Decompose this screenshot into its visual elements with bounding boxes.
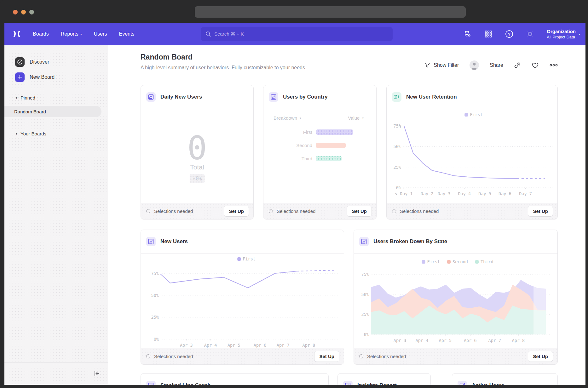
status-circle-icon (269, 209, 273, 213)
svg-text:Apr 7: Apr 7 (277, 343, 290, 348)
svg-text:50%: 50% (394, 144, 401, 149)
share-button[interactable]: Share (490, 62, 503, 68)
dropdown-label: Breakdown (274, 115, 297, 121)
card-title: Users by Country (283, 94, 328, 100)
app-window: Boards Reports▾ Users Events Search ⌘ + … (4, 23, 585, 385)
show-filter-button[interactable]: Show Filter (424, 62, 459, 68)
search-placeholder: Search ⌘ + K (214, 31, 244, 37)
svg-text:25%: 25% (151, 315, 159, 320)
breakdown-row: Third (263, 156, 342, 161)
settings-gear-icon[interactable] (526, 30, 534, 38)
svg-text:Day 6: Day 6 (499, 191, 511, 196)
svg-text:Apr 6: Apr 6 (464, 338, 477, 343)
set-up-button[interactable]: Set Up (224, 206, 249, 217)
card-daily-new-users: Daily New Users 0 Total ↑0% Selections n… (141, 85, 254, 220)
breakdown-row: First (263, 129, 353, 135)
svg-text:First: First (427, 259, 440, 264)
window-minimize-button[interactable] (21, 10, 26, 14)
search-input[interactable]: Search ⌘ + K (201, 27, 393, 41)
svg-text:50%: 50% (151, 293, 159, 298)
page-title: Random Board (141, 53, 193, 61)
retention-grid-icon (392, 92, 401, 102)
nav-link-events[interactable]: Events (119, 31, 135, 37)
status-text: Selections needed (154, 208, 220, 214)
breakdown-bar (316, 156, 342, 161)
new-users-chart: 75%50%25%0%Apr 3Apr 4Apr 5Apr 6Apr 7Apr … (141, 254, 344, 349)
line-chart-icon (146, 237, 156, 246)
set-up-button[interactable]: Set Up (528, 351, 553, 362)
breakdown-row-label: Second (263, 143, 312, 148)
set-up-button[interactable]: Set Up (314, 351, 339, 362)
chevron-down-icon: ▾ (80, 32, 82, 36)
sidebar-section-pinned[interactable]: ▾ Pinned (16, 95, 35, 100)
board-main: Random Board A high-level summary of use… (108, 45, 585, 385)
organization-name: Organization (547, 29, 576, 34)
mixpanel-logo[interactable] (13, 30, 21, 38)
avatar[interactable] (470, 60, 479, 70)
window-titlebar (0, 0, 588, 23)
svg-text:Day 3: Day 3 (438, 191, 451, 196)
sidebar-item-label: New Board (30, 74, 55, 80)
window-zoom-button[interactable] (29, 10, 34, 14)
share-label: Share (490, 62, 503, 68)
metric-delta-badge: ↑0% (189, 174, 205, 183)
svg-text:< Day 1: < Day 1 (395, 191, 413, 196)
svg-text:0%: 0% (154, 337, 159, 342)
card-new-user-retention: New User Retention 75%50%25%0%< Day 1Day… (386, 85, 558, 220)
card-stacked-line-graph: Stacked Line Graph (141, 373, 329, 385)
card-title: Insights Report (357, 382, 397, 385)
card-title: New Users (160, 238, 188, 245)
sidebar-item-discover[interactable]: Discover (15, 57, 49, 67)
svg-text:75%: 75% (151, 271, 159, 276)
svg-text:First: First (243, 256, 256, 261)
breakdown-dropdown[interactable]: Breakdown ▾ (274, 115, 301, 121)
card-new-users: New Users 75%50%25%0%Apr 3Apr 4Apr 5Apr … (141, 230, 344, 365)
organization-switcher[interactable]: Organization All Project Data ▾ (547, 29, 580, 39)
card-users-by-country: Users by Country Breakdown ▾ Value ▾ Fir… (263, 85, 377, 220)
copy-link-button[interactable] (514, 62, 521, 69)
nav-link-label: Reports (61, 31, 78, 37)
svg-text:0%: 0% (396, 185, 401, 190)
svg-text:Third: Third (481, 259, 493, 264)
nav-link-reports[interactable]: Reports▾ (61, 31, 82, 37)
card-title: New User Retention (406, 94, 457, 100)
svg-text:Apr 8: Apr 8 (303, 343, 315, 348)
search-icon (205, 31, 211, 37)
sidebar-item-label: Random Board (14, 109, 46, 114)
dropdown-label: Value (348, 115, 360, 121)
card-title: Users Broken Down By State (373, 238, 447, 245)
favorite-button[interactable] (532, 62, 539, 69)
set-up-button[interactable]: Set Up (347, 206, 372, 217)
nav-link-users[interactable]: Users (94, 31, 107, 37)
ellipsis-icon (550, 64, 558, 66)
breakdown-row-label: Third (263, 156, 312, 161)
sidebar-item-new-board[interactable]: New Board (15, 72, 55, 82)
browser-url-bar[interactable] (195, 6, 466, 18)
status-text: Selections needed (367, 354, 524, 359)
card-title: Daily New Users (160, 94, 202, 100)
sidebar-section-your-boards[interactable]: ▾ Your Boards (16, 131, 46, 136)
sidebar-item-random-board[interactable]: Random Board (4, 106, 101, 117)
sidebar-collapse-button[interactable] (92, 369, 101, 378)
line-chart-icon (458, 381, 467, 385)
link-icon (514, 62, 521, 69)
svg-text:Day 5: Day 5 (478, 191, 491, 196)
svg-text:75%: 75% (361, 272, 369, 277)
set-up-button[interactable]: Set Up (528, 206, 553, 217)
help-icon[interactable]: ? (505, 30, 513, 38)
more-options-button[interactable] (550, 64, 558, 66)
metric-label: Total (141, 163, 253, 171)
data-management-icon[interactable] (464, 30, 472, 38)
svg-text:Apr 3: Apr 3 (394, 338, 406, 343)
svg-text:25%: 25% (394, 165, 401, 170)
nav-link-label: Events (119, 31, 135, 37)
svg-text:0%: 0% (364, 332, 369, 337)
card-active-users: Active Users (452, 373, 558, 385)
value-dropdown[interactable]: Value ▾ (348, 115, 364, 121)
nav-link-boards[interactable]: Boards (33, 31, 49, 37)
apps-grid-icon[interactable] (484, 30, 493, 38)
line-chart-icon (359, 237, 369, 246)
window-close-button[interactable] (13, 10, 18, 14)
status-text: Selections needed (400, 208, 524, 214)
heart-icon (532, 62, 539, 69)
